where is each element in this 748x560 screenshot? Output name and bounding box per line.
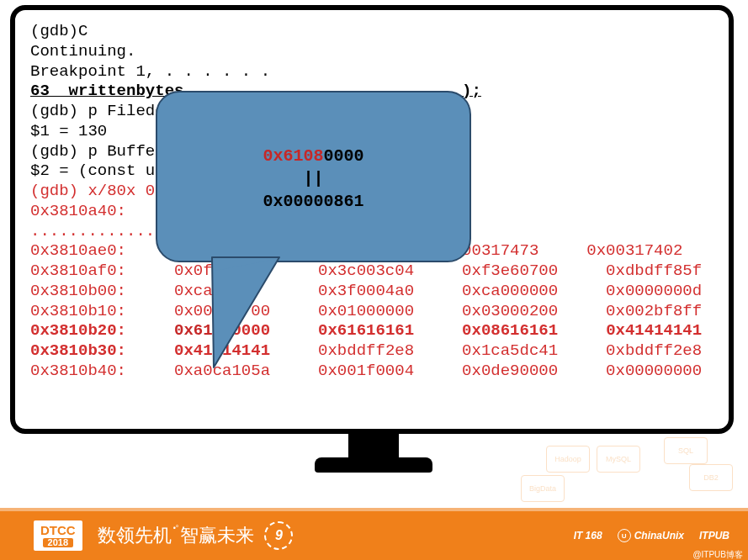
decorative-hex-cluster: Hadoop MySQL SQL BigData DB2 xyxy=(512,437,748,505)
footer-brands: IT 168 UChinaUnix ITPUB xyxy=(574,529,729,542)
gdb-cmd: (gdb) x/80x 0x3 xyxy=(30,182,174,200)
hex-label: BigData xyxy=(521,475,565,502)
hex-label: MySQL xyxy=(597,446,640,473)
monitor-stand-base xyxy=(315,457,432,473)
mem-row: ............... xyxy=(30,222,174,240)
gdb-line: (gdb) p Buffer xyxy=(30,142,165,161)
watermark-text: @ITPUB博客 xyxy=(692,549,743,560)
mem-row: 0x3810b10: 0x0000 00 0x01000000 0x030002… xyxy=(30,302,702,320)
dtcc-badge: DTCC 2018 xyxy=(34,520,82,551)
mem-row: 0xbddff2e8 0x1ca5dc41 0xbddff2e8 xyxy=(318,341,702,360)
footer-accent xyxy=(0,508,748,511)
dtcc-year: 2018 xyxy=(43,538,73,547)
callout-line2: || xyxy=(157,167,469,190)
brand-chinaunix: UChinaUnix xyxy=(618,529,684,542)
brand-itpub: ITPUB xyxy=(699,530,729,542)
mem-row-highlight-addr: 0x3810b20: xyxy=(30,321,174,340)
slogan-text: 数领先机•° 智赢未来 9 xyxy=(98,521,294,550)
gdb-line: $2 = (const uch xyxy=(30,161,174,180)
dtcc-text: DTCC xyxy=(40,524,76,536)
gdb-line: (gdb)C xyxy=(30,22,88,40)
mem-row: 0x3810af0: 0x0f0f 0x3c003c04 0xf3e60700 … xyxy=(30,262,702,280)
slogan-part1: 数领先机 xyxy=(98,523,172,548)
hex-label: SQL xyxy=(664,437,708,464)
u-circle-icon: U xyxy=(618,529,631,542)
slogan-part2: 智赢未来 xyxy=(180,523,254,548)
brand-chinaunix-text: ChinaUnix xyxy=(634,530,684,542)
slogan-dot-icon: •° xyxy=(173,524,179,532)
mem-row: 0x3810b40: 0xa0ca105a 0x001f0004 0x0de90… xyxy=(30,362,702,380)
footer-bar: DTCC 2018 数领先机•° 智赢未来 9 IT 168 UChinaUni… xyxy=(0,511,748,560)
mem-row: 0x3810b00: 0xca1e 0x3f0004a0 0xca000000 … xyxy=(30,282,702,300)
monitor-stand-neck xyxy=(348,434,399,459)
nine-badge: 9 xyxy=(264,521,293,550)
svg-marker-0 xyxy=(212,257,279,367)
callout-hex-bold: 0x6108 xyxy=(263,146,323,166)
gdb-line: $1 = 130 xyxy=(30,122,107,140)
callout-line3: 0x00000861 xyxy=(157,190,469,213)
gdb-line: (gdb) p Filedes xyxy=(30,102,174,120)
gdb-line-src: 63 writtenbytes xyxy=(30,82,183,100)
gdb-line: Continuing. xyxy=(30,42,135,61)
callout-hex-rest: 0000 xyxy=(324,146,364,166)
brand-it168: IT 168 xyxy=(574,530,602,542)
hex-label: Hadoop xyxy=(546,446,590,473)
gdb-line: Breakpoint 1, . . . . . . xyxy=(30,62,270,81)
callout-bubble: 0x61080000 || 0x00000861 xyxy=(156,91,471,262)
hex-label: DB2 xyxy=(689,464,733,491)
callout-line1: 0x61080000 xyxy=(157,145,469,167)
